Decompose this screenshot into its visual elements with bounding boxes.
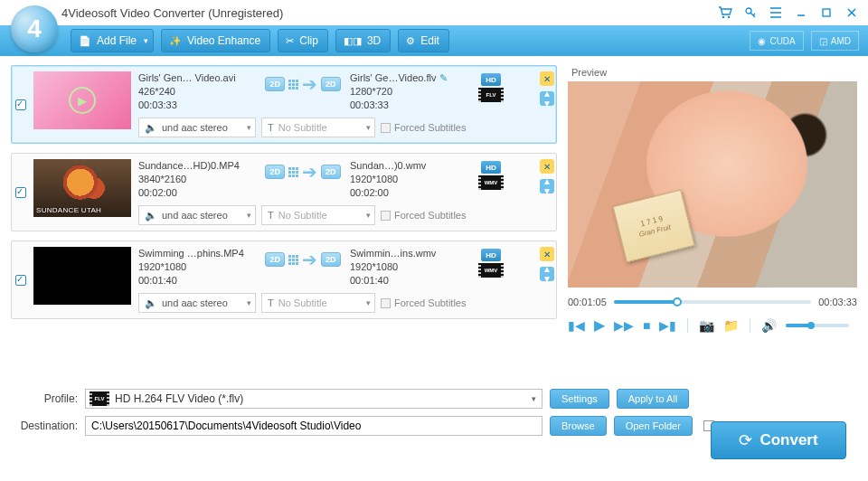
item-checkbox[interactable] — [12, 66, 30, 143]
3d-icon: ◧◨ — [344, 35, 362, 47]
preview-label: Preview — [571, 67, 857, 78]
dest-info: Swimmin…ins.wmv 1920*1080 00:01:40 — [350, 247, 467, 288]
maximize-button[interactable] — [816, 3, 837, 23]
enhance-icon: ✨ — [169, 35, 182, 47]
2d-badge: 2D — [321, 77, 341, 91]
video-enhance-button[interactable]: ✨Video Enhance — [161, 29, 270, 52]
item-thumbnail[interactable] — [33, 247, 131, 305]
svg-point-0 — [722, 16, 724, 18]
audio-dropdown[interactable]: 🔈und aac stereo — [138, 293, 256, 313]
dest-duration: 00:02:00 — [350, 186, 467, 200]
ffwd-button[interactable]: ▶▶ — [614, 318, 634, 333]
2d-badge: 2D — [321, 252, 341, 267]
format-indicator[interactable]: HD WMV — [473, 247, 509, 278]
profile-dropdown[interactable]: FLV HD H.264 FLV Video (*.flv) — [85, 389, 542, 409]
source-name: Swimming …phins.MP4 — [138, 247, 256, 260]
app-logo: 4 — [11, 5, 58, 52]
convert-icon: ⟳ — [739, 430, 752, 450]
file-item[interactable]: SUNDANCE UTAH Sundance…HD)0.MP4 3840*216… — [11, 153, 557, 231]
3d-button[interactable]: ◧◨3D — [335, 29, 391, 52]
file-item[interactable]: ▶ Girls' Gen… Video.avi 426*240 00:03:33… — [11, 65, 557, 144]
forced-subtitles-checkbox[interactable]: Forced Subtitles — [381, 297, 466, 308]
format-film-icon: FLV — [478, 88, 504, 102]
destination-input[interactable] — [85, 416, 542, 436]
clip-button[interactable]: ✂Clip — [278, 29, 328, 52]
amd-icon: ◲ — [819, 36, 827, 46]
audio-dropdown[interactable]: 🔈und aac stereo — [138, 205, 256, 225]
close-button[interactable] — [841, 3, 863, 23]
play-button[interactable]: ▶ — [594, 316, 605, 334]
forced-subtitles-checkbox[interactable]: Forced Subtitles — [381, 122, 466, 133]
profile-format-icon: FLV — [90, 391, 109, 406]
play-overlay-icon: ▶ — [69, 87, 96, 114]
volume-slider[interactable] — [786, 324, 849, 327]
source-resolution: 1920*1080 — [138, 260, 256, 274]
convert-button[interactable]: ⟳ Convert — [711, 421, 846, 459]
forced-label: Forced Subtitles — [394, 122, 466, 133]
format-film-icon: WMV — [478, 175, 504, 190]
checkbox-icon — [15, 187, 26, 198]
conversion-graphic: 2D ➔ 2D — [261, 71, 344, 95]
key-icon[interactable] — [740, 3, 761, 23]
reorder-item-button[interactable]: ▲▼ — [540, 179, 554, 193]
window-title: 4Videosoft Video Converter (Unregistered… — [61, 6, 283, 20]
checkbox-icon — [381, 123, 391, 133]
subtitle-icon: T — [268, 122, 274, 133]
dest-info: Girls' Ge…Video.flv✎ 1280*720 00:03:33 — [350, 71, 467, 112]
edit-button[interactable]: ⚙Edit — [398, 29, 449, 52]
browse-button[interactable]: Browse — [550, 416, 607, 436]
conversion-graphic: 2D ➔ 2D — [261, 247, 344, 270]
format-indicator[interactable]: HD WMV — [473, 159, 509, 190]
cuda-button[interactable]: ◉CUDA — [750, 31, 803, 51]
settings-button[interactable]: Settings — [550, 389, 609, 409]
next-button[interactable]: ▶▮ — [659, 318, 676, 333]
subtitle-dropdown[interactable]: TNo Subtitle — [261, 205, 375, 225]
remove-item-button[interactable]: ✕ — [540, 247, 554, 261]
prev-button[interactable]: ▮◀ — [568, 318, 585, 333]
checkbox-icon — [15, 99, 26, 110]
subtitle-placeholder: No Subtitle — [278, 122, 327, 133]
source-duration: 00:03:33 — [138, 99, 256, 112]
video-enhance-label: Video Enhance — [187, 34, 260, 47]
volume-icon[interactable]: 🔊 — [761, 318, 777, 333]
forced-subtitles-checkbox[interactable]: Forced Subtitles — [381, 210, 466, 221]
forced-label: Forced Subtitles — [394, 297, 466, 308]
toolbar: 📄Add File ✨Video Enhance ✂Clip ◧◨3D ⚙Edi… — [0, 25, 868, 56]
item-thumbnail[interactable]: ▶ — [33, 71, 131, 129]
edit-name-icon[interactable]: ✎ — [439, 72, 448, 83]
source-info: Sundance…HD)0.MP4 3840*2160 00:02:00 — [138, 159, 256, 200]
forced-label: Forced Subtitles — [394, 210, 466, 221]
file-item[interactable]: Swimming …phins.MP4 1920*1080 00:01:40 2… — [11, 240, 557, 319]
stop-button[interactable]: ■ — [643, 318, 650, 333]
3d-label: 3D — [367, 34, 381, 47]
item-checkbox[interactable] — [12, 241, 30, 318]
conversion-graphic: 2D ➔ 2D — [261, 159, 344, 183]
open-folder-icon[interactable]: 📁 — [723, 318, 739, 333]
snapshot-button[interactable]: 📷 — [699, 318, 714, 333]
reorder-item-button[interactable]: ▲▼ — [540, 267, 554, 281]
audio-dropdown[interactable]: 🔈und aac stereo — [138, 118, 256, 137]
open-folder-button[interactable]: Open Folder — [614, 416, 693, 436]
audio-value: und aac stereo — [162, 210, 228, 221]
checkbox-icon — [381, 298, 391, 308]
svg-rect-3 — [823, 9, 830, 16]
apply-all-button[interactable]: Apply to All — [617, 389, 689, 409]
format-indicator[interactable]: HD FLV — [473, 71, 509, 102]
subtitle-dropdown[interactable]: TNo Subtitle — [261, 118, 375, 137]
cart-icon[interactable] — [714, 3, 736, 23]
edit-label: Edit — [420, 34, 439, 47]
add-file-button[interactable]: 📄Add File — [71, 29, 154, 52]
remove-item-button[interactable]: ✕ — [540, 159, 554, 174]
reorder-item-button[interactable]: ▲▼ — [540, 91, 554, 106]
preview-video[interactable]: 1719 Gran Fruit — [568, 81, 857, 288]
sliders-icon: ⚙ — [406, 35, 415, 47]
minimize-button[interactable] — [790, 3, 812, 23]
menu-icon[interactable] — [765, 3, 787, 23]
item-checkbox[interactable] — [12, 154, 30, 231]
subtitle-dropdown[interactable]: TNo Subtitle — [261, 293, 375, 313]
seek-slider[interactable] — [614, 300, 811, 304]
remove-item-button[interactable]: ✕ — [540, 71, 554, 86]
item-thumbnail[interactable]: SUNDANCE UTAH — [33, 159, 131, 217]
amd-button[interactable]: ◲AMD — [811, 31, 859, 51]
preview-panel: Preview 1719 Gran Fruit 00:01:05 00:03:3… — [568, 65, 857, 382]
